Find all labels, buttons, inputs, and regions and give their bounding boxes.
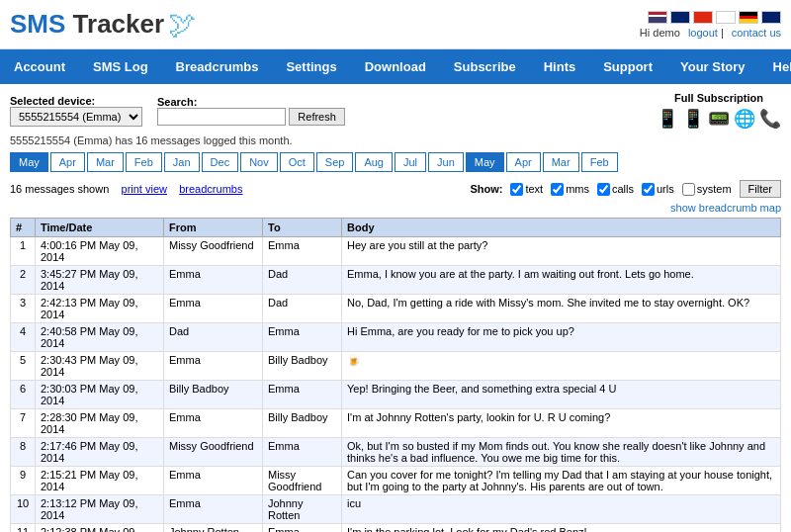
table-row: 42:40:58 PM May 09, 2014DadEmmaHi Emma, … bbox=[11, 323, 781, 352]
month-tab-apr[interactable]: Apr bbox=[506, 152, 541, 172]
table-row: 23:45:27 PM May 09, 2014EmmaDadEmma, I k… bbox=[11, 266, 781, 295]
cell-time: 2:17:46 PM May 09, 2014 bbox=[36, 438, 164, 467]
col-header-body: Body bbox=[342, 219, 781, 237]
table-row: 72:28:30 PM May 09, 2014EmmaBilly Badboy… bbox=[11, 409, 781, 438]
cell-body: Ok, but I'm so busted if my Mom finds ou… bbox=[342, 438, 781, 467]
cell-body: Can you cover for me tonight? I'm tellin… bbox=[342, 467, 781, 495]
cell-from: Emma bbox=[164, 266, 263, 295]
flag-kr[interactable] bbox=[716, 11, 736, 24]
cell-body: Hi Emma, are you ready for me to pick yo… bbox=[342, 323, 781, 352]
flag-cn[interactable] bbox=[693, 11, 713, 24]
cell-body: I'm in the parking lot. Look for my Dad'… bbox=[342, 524, 781, 533]
month-tab-jul[interactable]: Jul bbox=[395, 152, 426, 172]
cell-body: Yep! Bringing the Beer, and something ex… bbox=[342, 381, 781, 409]
month-tab-jan[interactable]: Jan bbox=[164, 152, 200, 172]
month-tab-may[interactable]: May bbox=[466, 152, 504, 172]
messages-shown: 16 messages shown bbox=[10, 183, 109, 195]
month-tab-may[interactable]: May bbox=[10, 152, 48, 172]
refresh-button[interactable]: Refresh bbox=[289, 108, 345, 126]
calls-checkbox[interactable] bbox=[597, 183, 610, 196]
show-label: Show: bbox=[470, 183, 502, 195]
print-view-link[interactable]: print view bbox=[122, 183, 167, 195]
cell-body: icu bbox=[342, 495, 781, 524]
sub-icon-tablet: 📟 bbox=[708, 108, 730, 130]
month-tab-aug[interactable]: Aug bbox=[355, 152, 393, 172]
logo: SMS Tracker 🕊 bbox=[10, 8, 196, 41]
month-tab-sep[interactable]: Sep bbox=[316, 152, 354, 172]
nav-settings[interactable]: Settings bbox=[272, 49, 350, 84]
cell-from: Emma bbox=[164, 467, 263, 495]
table-row: 102:13:12 PM May 09, 2014EmmaJohnny Rott… bbox=[11, 495, 781, 524]
nav-breadcrumbs[interactable]: Breadcrumbs bbox=[162, 49, 273, 84]
system-checkbox[interactable] bbox=[682, 183, 695, 196]
contact-link[interactable]: contact us bbox=[732, 27, 781, 39]
nav-subscribe[interactable]: Subscribe bbox=[440, 49, 530, 84]
month-tab-apr[interactable]: Apr bbox=[50, 152, 85, 172]
subscription-area: Full Subscription 📱 📱 📟 🌐 📞 bbox=[657, 92, 781, 130]
sub-icon-globe: 🌐 bbox=[734, 108, 755, 130]
mms-checkbox[interactable] bbox=[551, 183, 564, 196]
breadcrumbs-link[interactable]: breadcrumbs bbox=[179, 183, 242, 195]
header-links: Hi demo logout | contact us bbox=[640, 27, 781, 39]
header: SMS Tracker 🕊 Hi demo logout | contact u… bbox=[0, 0, 791, 49]
flags bbox=[648, 11, 781, 24]
nav-your-story[interactable]: Your Story bbox=[666, 49, 759, 84]
device-select[interactable]: 5555215554 (Emma) bbox=[10, 107, 142, 127]
month-tab-mar[interactable]: Mar bbox=[543, 152, 579, 172]
filter-button[interactable]: Filter bbox=[740, 180, 781, 198]
month-tab-feb[interactable]: Feb bbox=[126, 152, 162, 172]
text-checkbox[interactable] bbox=[510, 183, 523, 196]
cell-to: Dad bbox=[263, 295, 342, 323]
month-tab-feb[interactable]: Feb bbox=[581, 152, 618, 172]
hi-text: Hi demo bbox=[640, 27, 680, 39]
table-row: 82:17:46 PM May 09, 2014Missy Goodfriend… bbox=[11, 438, 781, 467]
messages-info-right: Show: text mms calls urls system Filter bbox=[470, 180, 781, 198]
nav-help-desk[interactable]: Help Desk bbox=[759, 49, 791, 84]
text-checkbox-label[interactable]: text bbox=[510, 183, 543, 196]
nav-account[interactable]: Account bbox=[0, 49, 79, 84]
cell-to: Emma bbox=[263, 438, 342, 467]
urls-checkbox-label[interactable]: urls bbox=[642, 183, 674, 196]
cell-time: 2:40:58 PM May 09, 2014 bbox=[36, 323, 164, 352]
flag-uk[interactable] bbox=[670, 11, 690, 24]
system-checkbox-label[interactable]: system bbox=[682, 183, 732, 196]
cell-time: 2:12:38 PM May 09, 2014 bbox=[36, 524, 164, 533]
search-input[interactable] bbox=[157, 108, 286, 126]
flag-au[interactable] bbox=[761, 11, 781, 24]
cell-from: Dad bbox=[164, 323, 263, 352]
table-row: 32:42:13 PM May 09, 2014EmmaDadNo, Dad, … bbox=[11, 295, 781, 323]
controls-row: Selected device: 5555215554 (Emma) Searc… bbox=[10, 92, 781, 130]
cell-to: Johnny Rotten bbox=[263, 495, 342, 524]
month-tab-nov[interactable]: Nov bbox=[240, 152, 278, 172]
table-row: 52:30:43 PM May 09, 2014EmmaBilly Badboy… bbox=[11, 352, 781, 381]
flag-de[interactable] bbox=[739, 11, 758, 24]
month-tab-dec[interactable]: Dec bbox=[202, 152, 239, 172]
cell-num: 3 bbox=[11, 295, 36, 323]
calls-checkbox-label[interactable]: calls bbox=[597, 183, 634, 196]
nav-sms-log[interactable]: SMS Log bbox=[79, 49, 162, 84]
bird-icon: 🕊 bbox=[168, 8, 196, 41]
urls-checkbox[interactable] bbox=[642, 183, 655, 196]
nav-download[interactable]: Download bbox=[351, 49, 440, 84]
month-tab-mar[interactable]: Mar bbox=[87, 152, 124, 172]
month-tab-jun[interactable]: Jun bbox=[428, 152, 464, 172]
cell-body: Hey are you still at the party? bbox=[342, 237, 781, 266]
cell-to: Billy Badboy bbox=[263, 352, 342, 381]
device-info: 5555215554 (Emma) has 16 messages logged… bbox=[10, 134, 781, 146]
mms-checkbox-label[interactable]: mms bbox=[551, 183, 589, 196]
cell-time: 2:30:43 PM May 09, 2014 bbox=[36, 352, 164, 381]
nav-hints[interactable]: Hints bbox=[530, 49, 590, 84]
sub-icon-phone1: 📱 bbox=[657, 108, 678, 130]
cell-num: 4 bbox=[11, 323, 36, 352]
cell-num: 2 bbox=[11, 266, 36, 295]
main-content: Selected device: 5555215554 (Emma) Searc… bbox=[0, 84, 791, 532]
flag-us[interactable] bbox=[648, 11, 667, 24]
cell-time: 2:15:21 PM May 09, 2014 bbox=[36, 467, 164, 495]
breadcrumb-map-link[interactable]: show breadcrumb map bbox=[10, 202, 781, 214]
nav-support[interactable]: Support bbox=[589, 49, 666, 84]
cell-to: Dad bbox=[263, 266, 342, 295]
cell-num: 7 bbox=[11, 409, 36, 438]
cell-time: 2:42:13 PM May 09, 2014 bbox=[36, 295, 164, 323]
month-tab-oct[interactable]: Oct bbox=[280, 152, 314, 172]
logout-link[interactable]: logout bbox=[688, 27, 718, 39]
